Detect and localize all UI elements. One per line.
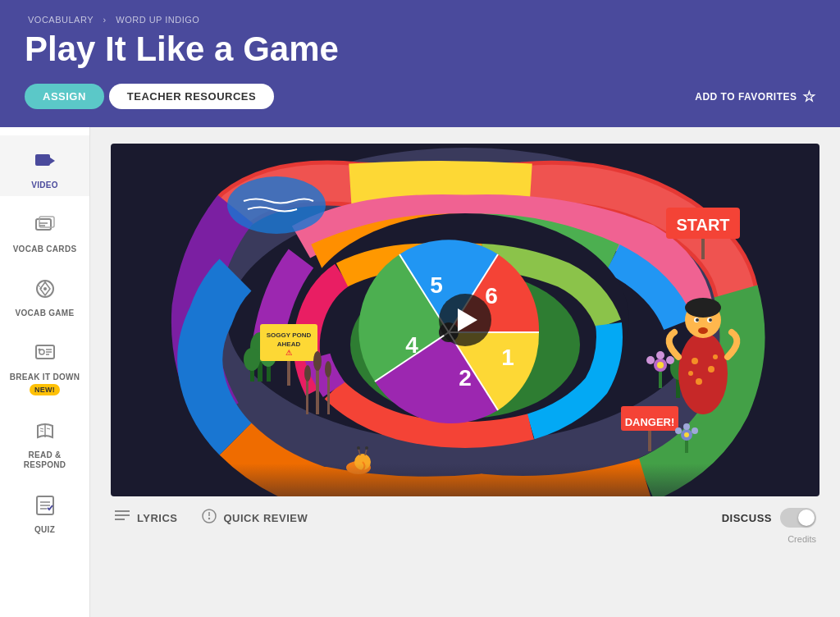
svg-point-83 — [675, 427, 682, 434]
svg-rect-0 — [35, 154, 50, 166]
sidebar-item-quiz[interactable]: QUIZ — [0, 480, 89, 541]
sidebar-video-label: VIDEO — [31, 181, 58, 190]
svg-line-17 — [40, 428, 43, 429]
svg-text:SOGGY POND: SOGGY POND — [267, 331, 312, 339]
svg-point-64 — [696, 378, 702, 385]
quick-review-button[interactable]: QUICK REVIEW — [202, 509, 308, 527]
sidebar: VIDEO VOCAB CARDS — [0, 127, 90, 617]
sidebar-item-vocab-game[interactable]: VOCAB GAME — [0, 263, 89, 324]
add-to-favorites-button[interactable]: ADD TO FAVORITES ☆ — [695, 88, 815, 106]
svg-point-90 — [357, 446, 360, 450]
discuss-section: DISCUSS — [722, 508, 816, 528]
svg-point-61 — [678, 332, 728, 414]
svg-point-49 — [227, 176, 326, 234]
svg-line-18 — [40, 431, 43, 432]
svg-point-77 — [646, 356, 655, 364]
breadcrumb-separator: › — [103, 15, 107, 25]
svg-point-78 — [657, 362, 664, 368]
svg-marker-1 — [50, 158, 55, 164]
svg-point-66 — [688, 371, 693, 376]
svg-point-73 — [698, 327, 708, 334]
svg-point-7 — [43, 287, 47, 290]
svg-point-62 — [692, 358, 698, 364]
lyrics-icon — [114, 509, 130, 527]
new-badge: NEW! — [30, 384, 60, 395]
assign-button[interactable]: ASSIGN — [25, 84, 104, 109]
svg-rect-51 — [287, 361, 290, 386]
breadcrumb-part1: VOCABULARY — [28, 15, 94, 25]
svg-point-44 — [244, 348, 260, 371]
svg-point-63 — [708, 366, 714, 372]
sidebar-vocab-game-label: VOCAB GAME — [16, 308, 75, 318]
lyrics-label: LYRICS — [137, 512, 177, 524]
svg-point-76 — [666, 356, 674, 364]
sidebar-quiz-label: QUIZ — [34, 525, 55, 534]
add-to-favorites-label: ADD TO FAVORITES — [695, 91, 797, 103]
credits-bar: Credits — [111, 531, 819, 544]
quiz-icon — [30, 490, 61, 521]
svg-point-84 — [684, 432, 689, 437]
toggle-knob — [798, 510, 815, 526]
header: VOCABULARY › WORD UP INDIGO Play It Like… — [0, 0, 840, 127]
discuss-label: DISCUSS — [722, 512, 772, 524]
svg-point-93 — [313, 351, 322, 371]
video-icon — [30, 145, 61, 176]
header-actions: ASSIGN TEACHER RESOURCES ADD TO FAVORITE… — [25, 84, 815, 109]
svg-point-15 — [38, 349, 40, 351]
svg-rect-98 — [153, 464, 777, 496]
svg-line-19 — [47, 428, 50, 429]
quick-review-label: QUICK REVIEW — [223, 512, 308, 524]
sidebar-read-respond-label: READ & RESPOND — [7, 450, 83, 470]
svg-rect-85 — [685, 441, 688, 453]
sidebar-vocab-cards-label: VOCAB CARDS — [13, 245, 77, 254]
star-icon: ☆ — [802, 88, 816, 106]
play-triangle-icon — [458, 308, 477, 331]
svg-point-71 — [696, 318, 699, 322]
svg-text:AHEAD: AHEAD — [277, 340, 301, 348]
teacher-resources-button[interactable]: TEACHER RESOURCES — [109, 84, 274, 109]
svg-text:1: 1 — [501, 345, 514, 370]
svg-text:2: 2 — [459, 365, 472, 391]
svg-rect-94 — [327, 373, 330, 414]
svg-rect-2 — [36, 219, 51, 230]
content-area: 4 5 6 1 2 — [90, 127, 840, 617]
sidebar-break-it-down-label: BREAK IT DOWN — [10, 372, 80, 382]
svg-point-97 — [304, 365, 311, 382]
page-title: Play It Like a Game — [25, 30, 815, 69]
main-layout: VIDEO VOCAB CARDS — [0, 127, 840, 617]
sidebar-item-read-respond[interactable]: READ & RESPOND — [0, 405, 89, 477]
svg-point-72 — [709, 318, 712, 322]
discuss-toggle[interactable] — [780, 508, 816, 528]
sidebar-item-vocab-cards[interactable]: VOCAB CARDS — [0, 199, 89, 260]
svg-rect-92 — [316, 365, 319, 414]
svg-point-75 — [656, 351, 664, 359]
svg-point-81 — [683, 423, 690, 430]
bottom-bar: LYRICS QUICK REVIEW DISCUSS — [111, 496, 819, 531]
read-respond-icon — [30, 415, 61, 446]
breadcrumb: VOCABULARY › WORD UP INDIGO — [25, 15, 815, 25]
svg-rect-59 — [648, 431, 651, 451]
svg-text:5: 5 — [430, 272, 443, 298]
svg-text:START: START — [676, 216, 729, 234]
svg-rect-96 — [306, 377, 308, 414]
credits-label: Credits — [788, 534, 816, 544]
break-it-down-icon — [30, 337, 61, 368]
video-container: 4 5 6 1 2 — [111, 144, 819, 496]
svg-point-82 — [692, 427, 698, 434]
svg-rect-56 — [701, 239, 705, 259]
svg-point-104 — [208, 518, 210, 519]
svg-text:DANGER!: DANGER! — [625, 416, 675, 428]
svg-rect-79 — [659, 372, 662, 388]
play-button[interactable] — [439, 294, 491, 346]
svg-point-65 — [713, 354, 718, 359]
svg-text:⚠: ⚠ — [285, 349, 292, 357]
vocab-cards-icon — [30, 209, 61, 240]
svg-point-95 — [325, 361, 331, 377]
lyrics-button[interactable]: LYRICS — [114, 509, 177, 527]
sidebar-item-video[interactable]: VIDEO — [0, 135, 89, 196]
quick-review-icon — [202, 509, 217, 527]
svg-point-68 — [685, 298, 721, 318]
svg-point-91 — [365, 446, 368, 450]
sidebar-item-break-it-down[interactable]: BREAK IT DOWN NEW! — [0, 327, 89, 402]
header-buttons: ASSIGN TEACHER RESOURCES — [25, 84, 274, 109]
